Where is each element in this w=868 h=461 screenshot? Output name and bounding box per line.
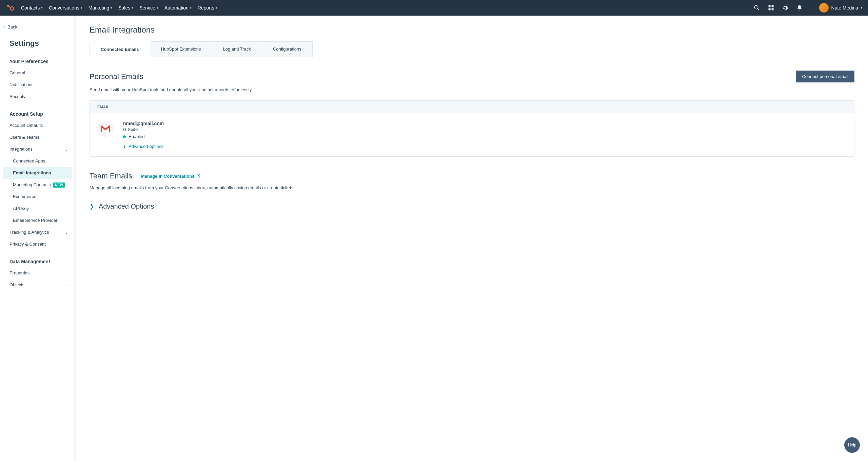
advanced-options-section-toggle[interactable]: ❯ Advanced Options: [90, 203, 854, 210]
nav-reports[interactable]: Reports▾: [198, 5, 217, 11]
team-emails-heading: Team Emails: [90, 172, 132, 180]
help-button[interactable]: Help: [844, 437, 860, 453]
chevron-down-icon: ⌄: [65, 147, 68, 152]
chevron-down-icon: ⌄: [65, 230, 68, 235]
svg-rect-10: [771, 8, 773, 11]
group-data-management: Data Management: [0, 255, 76, 267]
nav-service[interactable]: Service▾: [139, 5, 158, 11]
settings-sidebar: 〈Back Settings Your Preferences General …: [0, 16, 76, 461]
chevron-down-icon: ▾: [190, 6, 192, 9]
chevron-down-icon: ▾: [132, 6, 133, 9]
sidebar-item-properties[interactable]: Properties: [0, 267, 76, 279]
top-nav: Contacts▾ Conversations▾ Marketing▾ Sale…: [0, 0, 868, 16]
sidebar-item-users-teams[interactable]: Users & Teams: [0, 131, 76, 143]
logo-icon[interactable]: [5, 3, 15, 13]
chevron-right-icon: ❯: [123, 145, 126, 148]
main-panel: Email Integrations Connected Emails HubS…: [76, 16, 868, 461]
back-button[interactable]: 〈Back: [0, 22, 22, 32]
email-status: Enabled: [129, 134, 145, 139]
marketplace-icon[interactable]: [768, 5, 774, 11]
email-address: nmed@gmail.com: [123, 121, 164, 126]
sidebar-item-marketing-contacts[interactable]: Marketing ContactsNEW: [0, 179, 76, 191]
svg-rect-7: [768, 5, 770, 7]
nav-conversations[interactable]: Conversations▾: [49, 5, 82, 11]
sidebar-item-objects[interactable]: Objects⌄: [0, 279, 76, 291]
manage-in-conversations-link[interactable]: Manage in Conversations: [141, 174, 200, 179]
connect-personal-email-button[interactable]: Connect personal email: [796, 71, 854, 82]
nav-contacts[interactable]: Contacts▾: [21, 5, 43, 11]
settings-title: Settings: [0, 38, 76, 55]
external-link-icon: [196, 174, 200, 179]
svg-line-6: [757, 8, 759, 10]
svg-rect-9: [768, 8, 770, 11]
avatar: [819, 3, 829, 13]
sidebar-item-account-defaults[interactable]: Account Defaults: [0, 119, 76, 131]
chevron-down-icon: ▾: [81, 6, 82, 9]
sidebar-item-tracking[interactable]: Tracking & Analytics⌄: [0, 226, 76, 238]
email-provider: G Suite: [123, 127, 164, 132]
group-account-setup: Account Setup: [0, 107, 76, 119]
sidebar-item-security[interactable]: Security: [0, 91, 76, 102]
sidebar-item-ecommerce[interactable]: Ecommerce: [0, 191, 76, 203]
email-account-row: nmed@gmail.com G Suite Enabled ❯ Advance…: [90, 113, 854, 156]
tab-connected-emails[interactable]: Connected Emails: [90, 42, 150, 57]
sidebar-item-api-key[interactable]: API Key: [0, 203, 76, 214]
gmail-icon: [97, 121, 114, 137]
new-badge: NEW: [53, 183, 65, 188]
chevron-down-icon: ▾: [111, 6, 112, 9]
chevron-down-icon: ▾: [216, 6, 217, 9]
sidebar-item-esp[interactable]: Email Service Provider: [0, 214, 76, 226]
group-preferences: Your Preferences: [0, 55, 76, 67]
nav-marketing[interactable]: Marketing▾: [88, 5, 112, 11]
sidebar-item-privacy[interactable]: Privacy & Consent: [0, 238, 76, 250]
chevron-left-icon: 〈: [2, 25, 5, 30]
personal-emails-table: EMAIL nmed@gmail.com G Suite Enabled ❯ A…: [90, 100, 854, 157]
sidebar-item-integrations[interactable]: Integrations⌄: [0, 143, 76, 155]
status-dot-icon: [123, 135, 126, 138]
tabs: Connected Emails HubSpot Extensions Log …: [90, 41, 854, 57]
chevron-down-icon: ▾: [41, 6, 43, 9]
scrollbar[interactable]: [74, 16, 76, 461]
bell-icon[interactable]: [796, 5, 803, 11]
team-emails-subtext: Manage all incoming emails from your Con…: [90, 185, 854, 190]
gear-icon[interactable]: [782, 5, 788, 11]
personal-emails-heading: Personal Emails: [90, 72, 143, 81]
chevron-down-icon: ▾: [861, 6, 863, 9]
nav-automation[interactable]: Automation▾: [164, 5, 192, 11]
personal-emails-subtext: Send email with your HubSpot tools and u…: [90, 87, 854, 92]
user-menu[interactable]: Nate Medina ▾: [819, 3, 863, 13]
tab-configurations[interactable]: Configurations: [262, 41, 313, 57]
tab-log-track[interactable]: Log and Track: [212, 41, 262, 57]
sidebar-item-connected-apps[interactable]: Connected Apps: [0, 155, 76, 167]
sidebar-item-notifications[interactable]: Notifications: [0, 79, 76, 91]
column-header-email: EMAIL: [90, 101, 854, 113]
chevron-down-icon: ▾: [157, 6, 158, 9]
page-title: Email Integrations: [90, 25, 854, 35]
svg-point-5: [754, 5, 758, 9]
chevron-down-icon: ⌄: [65, 283, 68, 287]
svg-rect-8: [771, 5, 773, 7]
sidebar-item-general[interactable]: General: [0, 67, 76, 79]
sidebar-item-email-integrations[interactable]: Email Integrations: [3, 167, 72, 179]
divider: [811, 3, 811, 13]
tab-hubspot-extensions[interactable]: HubSpot Extensions: [150, 41, 212, 57]
chevron-right-icon: ❯: [90, 203, 94, 210]
search-icon[interactable]: [754, 5, 760, 11]
advanced-options-toggle[interactable]: ❯ Advanced options: [123, 144, 164, 149]
user-name: Nate Medina: [831, 5, 858, 11]
nav-sales[interactable]: Sales▾: [118, 5, 133, 11]
svg-line-2: [9, 6, 11, 8]
